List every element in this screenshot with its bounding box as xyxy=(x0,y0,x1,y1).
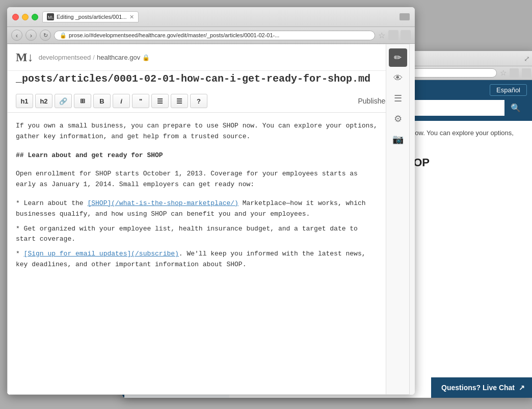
prose-header: M↓ developmentseed / healthcare.gov 🔒 xyxy=(8,44,409,71)
breadcrumb-separator: / xyxy=(93,54,95,61)
search-button[interactable]: 🔍 xyxy=(504,100,527,116)
addr-icon-1 xyxy=(388,30,398,40)
image-icon: ⊞ xyxy=(80,97,85,105)
tab-close-button[interactable]: ✕ xyxy=(129,14,134,20)
settings-sidebar-button[interactable]: ⚙ xyxy=(389,113,407,128)
bookmark-star-icon[interactable]: ☆ xyxy=(378,31,385,40)
resize-icon[interactable]: ⤢ xyxy=(524,55,530,63)
content-heading1: ## Learn about and get ready for SHOP xyxy=(16,150,379,161)
url-bar[interactable]: 🔒 prose.io/#developmentseed/healthcare.g… xyxy=(54,31,375,40)
content-bullet2: * Get organized with your employee list,… xyxy=(16,224,379,245)
editor-area[interactable]: If you own a small business, you can pre… xyxy=(8,113,409,394)
reload-button[interactable]: ↻ xyxy=(40,30,51,41)
breadcrumb: developmentseed / healthcare.gov 🔒 xyxy=(39,54,150,61)
heading2-button[interactable]: h2 xyxy=(35,94,52,108)
tab-title: Editing _posts/articles/001... xyxy=(57,14,127,20)
maximize-button[interactable] xyxy=(32,14,38,20)
prose-filename: _posts/articles/0001-02-01-how-can-i-get… xyxy=(8,71,409,90)
italic-button[interactable]: i xyxy=(113,94,130,108)
prose-editor: M↓ developmentseed / healthcare.gov 🔒 _p… xyxy=(7,44,410,395)
link-button[interactable]: 🔗 xyxy=(55,94,72,108)
browser-content: M↓ developmentseed / healthcare.gov 🔒 _p… xyxy=(7,44,415,395)
minimize-button[interactable] xyxy=(22,14,29,20)
content-paragraph1: If you own a small business, you can pre… xyxy=(16,121,379,142)
content-paragraph2: Open enrollment for SHOP starts October … xyxy=(16,169,379,190)
list-ol-button[interactable]: ☰ xyxy=(171,94,188,108)
help-button[interactable]: ? xyxy=(190,94,207,108)
list-ul-icon: ☰ xyxy=(157,97,163,105)
traffic-lights xyxy=(12,14,38,20)
window-control-box xyxy=(400,13,410,20)
bullet3-prefix: * xyxy=(16,250,24,258)
live-chat-icon: ↗ xyxy=(519,384,525,392)
url-text: prose.io/#developmentseed/healthcare.gov… xyxy=(69,32,279,38)
tab-favicon: M↓ xyxy=(47,13,54,20)
camera-sidebar-button[interactable]: 📷 xyxy=(389,130,407,148)
quote-button[interactable]: " xyxy=(132,94,149,108)
espanol-button[interactable]: Español xyxy=(490,84,527,96)
addr-icon-2 xyxy=(401,30,411,40)
lock-icon: 🔒 xyxy=(60,32,67,39)
link-icon: 🔗 xyxy=(59,97,67,105)
back-button[interactable]: ‹ xyxy=(11,30,22,41)
live-chat-label: Questions? Live Chat xyxy=(441,384,515,392)
bullet1-prefix: * Learn about the xyxy=(16,199,87,207)
search-icon: 🔍 xyxy=(511,104,521,112)
preview-icon-2 xyxy=(522,68,531,78)
breadcrumb-org[interactable]: developmentseed xyxy=(39,54,91,61)
camera-icon: 📷 xyxy=(392,134,404,145)
bullet1-link[interactable]: [SHOP](/what-is-the-shop-marketplace/) xyxy=(87,199,238,207)
published-label: Published xyxy=(358,97,390,105)
browser-tab[interactable]: M↓ Editing _posts/articles/001... ✕ xyxy=(42,11,139,22)
address-bar-icons xyxy=(388,30,411,40)
live-chat-button[interactable]: Questions? Live Chat ↗ xyxy=(431,377,532,398)
image-button[interactable]: ⊞ xyxy=(74,94,91,108)
prose-sidebar: ✏ 👁 ☰ ⚙ 📷 xyxy=(386,113,409,394)
browser-addressbar: ‹ › ↻ 🔒 prose.io/#developmentseed/health… xyxy=(7,27,415,44)
forward-button[interactable]: › xyxy=(25,30,37,41)
forward-icon: › xyxy=(30,32,32,39)
quote-icon: " xyxy=(139,97,142,105)
heading1-button[interactable]: h1 xyxy=(16,94,33,108)
settings-icon: ⚙ xyxy=(394,113,402,124)
bold-button[interactable]: B xyxy=(93,94,111,108)
main-browser-window: M↓ Editing _posts/articles/001... ✕ ‹ › … xyxy=(7,7,415,395)
list-ul-button[interactable]: ☰ xyxy=(151,94,169,108)
breadcrumb-site: healthcare.gov xyxy=(97,54,140,61)
back-icon: ‹ xyxy=(16,32,18,39)
breadcrumb-lock-icon: 🔒 xyxy=(142,54,150,61)
desktop: ⤢ /articles/0001-02-... ☆ Español 🔍 xyxy=(0,0,532,409)
preview-icon-1 xyxy=(510,68,519,78)
bullet3-link[interactable]: [Sign up for email updates](/subscribe) xyxy=(24,250,179,258)
editor-main: If you own a small business, you can pre… xyxy=(8,113,409,394)
prose-logo: M↓ xyxy=(16,50,34,64)
prose-toolbar: h1 h2 🔗 ⊞ B i " ☰ xyxy=(8,90,409,113)
content-bullet3: * [Sign up for email updates](/subscribe… xyxy=(16,249,379,270)
content-bullet1: * Learn about the [SHOP](/what-is-the-sh… xyxy=(16,198,379,220)
reload-icon: ↻ xyxy=(43,32,48,39)
browser-titlebar: M↓ Editing _posts/articles/001... ✕ xyxy=(7,7,415,27)
list-ol-icon: ☰ xyxy=(176,97,182,105)
preview-star-icon: ☆ xyxy=(500,68,507,78)
close-button[interactable] xyxy=(12,14,19,20)
